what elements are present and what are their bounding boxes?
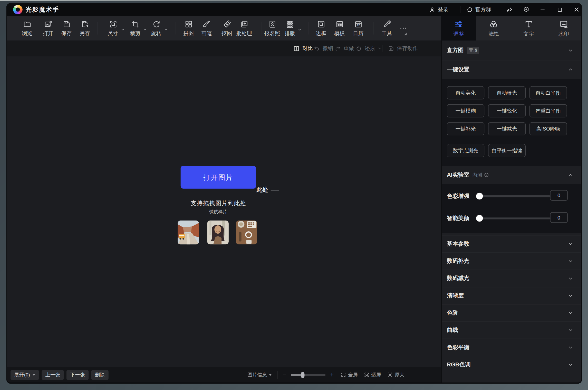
- undo-button[interactable]: 撤销: [314, 41, 333, 56]
- chat-icon: [466, 6, 473, 13]
- zoom-in-button[interactable]: +: [330, 371, 334, 378]
- login-button[interactable]: 登录: [429, 3, 448, 16]
- sample-thumbnail-canyon[interactable]: [178, 221, 199, 245]
- auto-white-balance-button[interactable]: 自动白平衡: [529, 86, 567, 99]
- high-iso-denoise-button[interactable]: 高ISO降噪: [529, 122, 567, 135]
- chevron-down-icon: [378, 46, 382, 50]
- batch-icon: [240, 20, 248, 29]
- section-digital-dim-light[interactable]: 数码减光: [442, 270, 581, 287]
- toolbar-brush[interactable]: 画笔: [201, 20, 212, 37]
- smart-beauty-slider[interactable]: [478, 217, 551, 219]
- section-rgb-tone[interactable]: RGB色调: [442, 356, 581, 373]
- auto-exposure-button[interactable]: 自动曝光: [488, 86, 526, 99]
- toolbar-separator: [98, 22, 98, 34]
- digital-spot-metering-button[interactable]: 数字点测光: [447, 144, 484, 157]
- toolbar-border[interactable]: 边框: [316, 20, 326, 37]
- samples-divider: 试试样片: [7, 209, 430, 215]
- one-key-dim-button[interactable]: 一键减光: [488, 122, 526, 135]
- toolbar-save-as[interactable]: 另存: [80, 20, 90, 37]
- one-key-fill-light-button[interactable]: 一键补光: [447, 122, 484, 135]
- collage-icon: [184, 20, 193, 29]
- next-image-button[interactable]: 下一张: [66, 370, 89, 380]
- smart-beauty-value[interactable]: 0: [550, 212, 568, 223]
- restore-button[interactable]: 还原: [355, 41, 381, 56]
- toolbar-browse[interactable]: 浏览: [22, 20, 32, 37]
- chevron-down-icon: [143, 28, 147, 32]
- white-balance-one-key-button[interactable]: 白平衡一指键: [488, 144, 526, 157]
- toolbar-size[interactable]: 尺寸: [108, 20, 118, 37]
- toolbar-rotate[interactable]: 旋转: [151, 20, 161, 37]
- open-image-button[interactable]: 打开图片: [181, 166, 256, 188]
- divider-line-left: [178, 212, 205, 212]
- toolbar-id-photo[interactable]: 报名照: [264, 20, 280, 37]
- toolbar-crop[interactable]: 裁剪: [130, 20, 140, 37]
- toolbar-batch[interactable]: 批处理: [236, 20, 252, 37]
- severe-white-balance-button[interactable]: 严重白平衡: [529, 104, 567, 117]
- expand-button[interactable]: 展开(0): [11, 370, 39, 380]
- toolbar-more[interactable]: [399, 24, 407, 32]
- chevron-down-icon: [568, 345, 573, 350]
- ai-lab-header[interactable]: AI实验室 内测: [442, 166, 581, 184]
- section-curves[interactable]: 曲线: [442, 321, 581, 338]
- minimize-button[interactable]: [537, 3, 548, 16]
- share-button[interactable]: [504, 3, 515, 16]
- tab-adjust[interactable]: 调整: [441, 16, 476, 41]
- maximize-button[interactable]: [554, 3, 565, 16]
- chevron-down-icon: [568, 362, 573, 367]
- zoom-out-button[interactable]: −: [283, 371, 287, 378]
- official-group-button[interactable]: 官方群: [466, 3, 491, 16]
- toolbar-tools[interactable]: 工具: [381, 20, 392, 37]
- compare-button[interactable]: 对比: [293, 41, 313, 56]
- one-key-blur-button[interactable]: 一键模糊: [447, 104, 484, 117]
- fullscreen-button[interactable]: 全屏: [341, 372, 358, 378]
- tab-filter[interactable]: 滤镜: [476, 16, 511, 41]
- toolbar-collage[interactable]: 拼图: [183, 20, 194, 37]
- fit-screen-icon: [364, 372, 369, 378]
- toolbar-save[interactable]: 保存: [61, 20, 72, 37]
- zoom-slider-handle[interactable]: [301, 372, 305, 378]
- tab-watermark[interactable]: 水印: [546, 16, 581, 41]
- section-clarity[interactable]: 清晰度: [442, 287, 581, 304]
- restore-icon: [355, 45, 362, 52]
- one-key-sharpen-button[interactable]: 一键锐化: [488, 104, 526, 117]
- chevron-down-icon: [164, 28, 168, 32]
- fullscreen-icon: [341, 372, 346, 378]
- section-digital-fill-light[interactable]: 数码补光: [442, 252, 581, 269]
- color-enhance-value[interactable]: 0: [550, 190, 568, 201]
- one-key-header[interactable]: 一键设置: [442, 60, 581, 79]
- toolbar-layout[interactable]: 排版: [285, 20, 295, 37]
- section-basic-params[interactable]: 基本参数: [442, 235, 581, 252]
- color-enhance-row: 色彩增强 0: [447, 191, 581, 201]
- fit-screen-button[interactable]: 适屏: [364, 372, 381, 378]
- histogram-header[interactable]: 直方图 置顶: [442, 41, 581, 60]
- slider-handle[interactable]: [476, 215, 483, 222]
- section-color-balance[interactable]: 色彩平衡: [442, 339, 581, 356]
- zoom-slider[interactable]: [291, 374, 326, 376]
- auto-beautify-button[interactable]: 自动美化: [447, 86, 484, 99]
- redo-button[interactable]: 重做: [335, 41, 354, 56]
- tab-text[interactable]: 文字: [511, 16, 546, 41]
- chevron-down-icon: [568, 276, 573, 281]
- sample-thumbnail-portrait[interactable]: [207, 221, 229, 245]
- close-button[interactable]: [571, 3, 582, 16]
- desktop: 光影魔术手 登录 官方群: [0, 0, 588, 390]
- toolbar-calendar[interactable]: 12 日历: [353, 20, 363, 37]
- section-levels[interactable]: 色阶: [442, 304, 581, 321]
- toolbar-template[interactable]: 模板: [334, 20, 345, 37]
- original-size-button[interactable]: 原大: [387, 372, 404, 378]
- save-action-button[interactable]: 保存动作: [388, 41, 418, 56]
- settings-button[interactable]: [520, 3, 532, 16]
- slider-handle[interactable]: [476, 193, 483, 199]
- color-enhance-slider[interactable]: [478, 195, 551, 197]
- image-info-button[interactable]: 图片信息: [247, 372, 272, 378]
- bottom-divider: [277, 371, 277, 378]
- toolbar-open[interactable]: 打开: [43, 20, 53, 37]
- toolbar-cutout[interactable]: 抠图: [221, 20, 232, 37]
- titlebar: 光影魔术手 登录 官方群: [7, 3, 581, 16]
- toolbar-expand-corner[interactable]: [404, 33, 407, 35]
- chevron-down-icon: [568, 242, 573, 246]
- prev-image-button[interactable]: 上一张: [42, 370, 64, 380]
- delete-button[interactable]: 删除: [91, 370, 108, 380]
- sample-thumbnail-desk[interactable]: [236, 221, 257, 245]
- chevron-down-icon: [298, 28, 302, 32]
